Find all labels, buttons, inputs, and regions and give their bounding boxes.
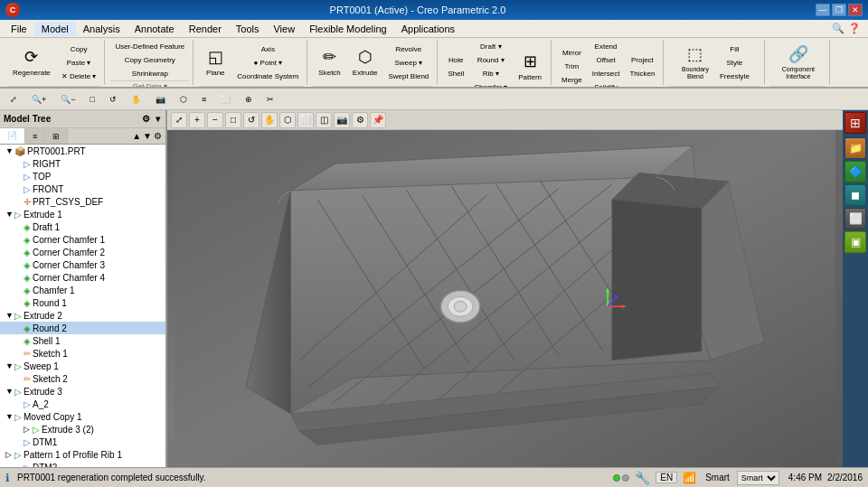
restore-button[interactable]: ❐ [832,4,846,16]
hole-button[interactable]: Hole [443,53,468,66]
tree-item-cc1[interactable]: ◈ Corner Chamfer 1 [0,233,165,246]
revolve-button[interactable]: Revolve [383,42,433,55]
tree-item-dtm1[interactable]: ▷ DTM1 [0,435,165,448]
viewport[interactable]: ⤢ + − □ ↺ ✋ ⬡ ⬜ ◫ 📷 ⚙ 📌 [167,110,843,467]
vp-zoom-fit[interactable]: ⤢ [171,112,187,128]
paste-button[interactable]: Paste ▾ [57,56,101,69]
intersect-button[interactable]: Intersect [588,67,625,80]
tree-expand-icon[interactable]: ▲ [132,131,141,141]
plane-button[interactable]: ◱ Plane [199,40,231,85]
tree-item-cc3[interactable]: ◈ Corner Chamfer 3 [0,258,165,271]
tree-item-round2[interactable]: ◈ Round 2 [0,322,165,334]
tree-item-extrude2[interactable]: ▼ ▷ Extrude 2 [0,309,165,322]
draft-button[interactable]: Draft ▾ [469,40,512,52]
tree-tab-detail[interactable]: ⊞ [45,128,68,144]
round-button[interactable]: Round ▾ [469,53,512,66]
vp-settings[interactable]: ⚙ [352,112,368,128]
sidebar-gray-icon[interactable]: ⬜ [844,208,866,229]
menu-render[interactable]: Render [182,22,229,36]
tree-more-icon[interactable]: ⚙ [154,131,162,141]
regenerate-button[interactable]: ⟳ Regenerate [7,40,56,85]
tree-item-top[interactable]: ▷ TOP [0,170,165,183]
vp-zoom-in[interactable]: + [189,112,205,128]
view-zoom-out[interactable]: 🔍− [54,91,81,108]
tree-settings-icon[interactable]: ⚙ [140,114,152,124]
menu-file[interactable]: File [4,22,34,36]
vp-wireframe[interactable]: ⬜ [297,112,314,128]
menu-applications[interactable]: Applications [394,22,462,36]
tree-item-front[interactable]: ▷ FRONT [0,183,165,195]
freestyle-button[interactable]: Freestyle [715,70,754,82]
view-zoom-fit[interactable]: ⤢ [4,91,24,108]
status-info-icon[interactable]: ℹ [5,472,10,484]
vp-zoom-box[interactable]: □ [225,112,241,128]
mirror-button[interactable]: Mirror [557,47,587,60]
user-defined-button[interactable]: User-Defined Feature [110,40,189,52]
point-button[interactable]: ● Point ▾ [232,56,303,69]
minimize-button[interactable]: — [816,4,830,16]
tree-item-draft1[interactable]: ◈ Draft 1 [0,220,165,233]
merge-button[interactable]: Merge [557,74,587,87]
vp-pan[interactable]: ✋ [261,112,278,128]
tree-filter-icon[interactable]: ▾ [154,114,162,124]
view-clip[interactable]: ✂ [260,91,280,108]
tree-item-moved-copy1[interactable]: ▼ ▷ Moved Copy 1 [0,410,165,423]
close-button[interactable]: ✕ [848,4,863,16]
tree-item-extrude3[interactable]: ▼ ▷ Extrude 3 [0,385,165,398]
copy-button[interactable]: Copy [57,42,101,55]
get-data-section-label[interactable]: Get Data ▾ [110,80,189,89]
tree-item-sweep1[interactable]: ▼ ▷ Sweep 1 [0,360,165,372]
tree-tab-layer[interactable]: ≡ [25,128,45,144]
sidebar-yellow-green-icon[interactable]: ▣ [844,231,866,253]
menu-analysis[interactable]: Analysis [76,22,127,36]
chamfer-button[interactable]: Chamfer ▾ [469,80,512,89]
sidebar-green-icon[interactable]: 🔷 [844,161,866,183]
tree-item-a2[interactable]: ▷ A_2 [0,398,165,410]
tree-item-extrude3-2[interactable]: ▷ ▷ Extrude 3 (2) [0,423,165,435]
sketch-button[interactable]: ✏ Sketch [313,40,345,85]
tree-item-round1[interactable]: ◈ Round 1 [0,296,165,309]
tree-item-pattern1[interactable]: ▷ ▷ Pattern 1 of Profile Rib 1 [0,448,165,461]
style-button[interactable]: Style [715,56,754,69]
tree-item-cc4[interactable]: ◈ Corner Chamfer 4 [0,271,165,284]
extrude-button[interactable]: ⬡ Extrude [347,40,383,85]
view-rotate[interactable]: ↺ [103,91,123,108]
view-refit[interactable]: □ [84,91,101,108]
smart-select[interactable]: Smart [737,471,779,485]
fill-button[interactable]: Fill [715,42,754,55]
view-pan[interactable]: ✋ [125,91,147,108]
view-named[interactable]: 📷 [149,91,172,108]
view-spin-center[interactable]: ⊕ [239,91,259,108]
tree-item-right[interactable]: ▷ RIGHT [0,157,165,170]
view-display[interactable]: ⬡ [174,91,193,108]
tree-collapse-icon[interactable]: ▼ [143,131,152,141]
boundary-blend-button[interactable]: ⬚ BoundaryBlend [676,40,714,85]
vp-shading[interactable]: ⬡ [279,112,296,128]
thicken-button[interactable]: Thicken [625,67,659,80]
delete-button[interactable]: ✕ Delete ▾ [57,70,101,82]
component-interface-button[interactable]: 🔗 ComponentInterface [777,40,820,85]
rib-button[interactable]: Rib ▾ [469,67,512,80]
sweep-button[interactable]: Sweep ▾ [383,56,433,69]
menu-annotate[interactable]: Annotate [127,22,182,36]
tree-item-cc2[interactable]: ◈ Corner Chamfer 2 [0,246,165,258]
tree-item-dtm2[interactable]: ▷ DTM2 [0,461,165,467]
tree-item-root[interactable]: ▼ 📦 PRT0001.PRT [0,145,165,157]
sidebar-file-icon[interactable]: 📁 [844,137,866,159]
view-persp[interactable]: ⬜ [214,91,237,108]
menu-model[interactable]: Model [34,22,76,36]
status-model-icon[interactable]: 🔧 [635,471,650,485]
extend-button[interactable]: Extend [588,40,625,52]
tree-item-sketch2[interactable]: ✏ Sketch 2 [0,372,165,385]
vp-hidden[interactable]: ◫ [316,112,332,128]
swept-blend-button[interactable]: Swept Blend [383,70,433,82]
copy-geometry-button[interactable]: Copy Geometry [110,53,189,66]
project-button[interactable]: Project [625,53,659,66]
win-app-icon[interactable]: ⊞ [844,112,866,134]
vp-rotate[interactable]: ↺ [243,112,259,128]
tree-item-chamfer1[interactable]: ◈ Chamfer 1 [0,284,165,296]
tree-item-csys[interactable]: ✛ PRT_CSYS_DEF [0,195,165,208]
coord-system-button[interactable]: Coordinate System [232,70,303,82]
help-icon[interactable]: ❓ [848,23,861,34]
menu-view[interactable]: View [266,22,302,36]
